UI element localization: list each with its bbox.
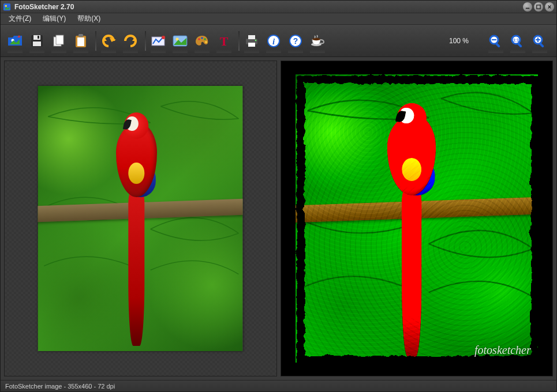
- svg-point-26: [255, 39, 256, 40]
- svg-rect-13: [78, 34, 83, 37]
- svg-rect-24: [248, 35, 255, 39]
- zoom-level-label: 100 %: [449, 37, 469, 45]
- palette-button[interactable]: [192, 29, 212, 52]
- undo-button[interactable]: [99, 29, 118, 52]
- svg-rect-7: [38, 36, 39, 39]
- drawing-parameters-button[interactable]: [148, 29, 168, 52]
- paste-button[interactable]: [71, 29, 91, 52]
- status-bar: FotoSketcher image - 355x460 - 72 dpi: [1, 380, 556, 391]
- app-icon: [3, 3, 11, 11]
- open-image-button[interactable]: [5, 29, 25, 52]
- svg-point-20: [204, 38, 206, 40]
- svg-rect-8: [33, 42, 41, 46]
- redo-button[interactable]: [121, 29, 140, 52]
- print-button[interactable]: [242, 29, 261, 52]
- svg-point-18: [198, 38, 200, 40]
- source-panel[interactable]: [4, 61, 277, 376]
- add-text-button[interactable]: T: [214, 29, 234, 52]
- source-image-button[interactable]: [170, 29, 190, 52]
- close-button[interactable]: [545, 2, 554, 12]
- app-window: FotoSketcher 2.70 文件(Z) 编辑(Y) 帮助(X): [0, 0, 557, 392]
- svg-point-15: [162, 36, 165, 39]
- menu-bar: 文件(Z) 编辑(Y) 帮助(X): [1, 13, 556, 25]
- info-button[interactable]: i: [264, 29, 283, 52]
- svg-rect-36: [492, 39, 496, 40]
- zoom-group: 100 % 1:1: [449, 29, 552, 52]
- svg-rect-6: [33, 35, 40, 40]
- toolbar-separator: [95, 31, 96, 51]
- result-panel[interactable]: fotosketcher: [281, 61, 554, 376]
- svg-text:?: ?: [293, 36, 298, 46]
- source-image: [38, 86, 243, 351]
- toolbar-separator: [145, 31, 146, 51]
- work-area: fotosketcher: [1, 57, 556, 380]
- svg-rect-10: [56, 35, 63, 44]
- svg-point-19: [201, 37, 203, 39]
- menu-edit[interactable]: 编辑(Y): [37, 13, 72, 25]
- maximize-button[interactable]: [534, 2, 543, 12]
- svg-text:1:1: 1:1: [513, 38, 519, 42]
- save-image-button[interactable]: [27, 29, 47, 52]
- help-button[interactable]: ?: [286, 29, 305, 52]
- status-text: FotoSketcher image - 355x460 - 72 dpi: [5, 383, 115, 390]
- svg-point-34: [312, 37, 320, 40]
- svg-rect-3: [537, 5, 540, 8]
- zoom-out-button[interactable]: [486, 29, 506, 52]
- copy-button[interactable]: [49, 29, 69, 52]
- result-image: fotosketcher: [296, 74, 538, 363]
- menu-file[interactable]: 文件(Z): [3, 13, 37, 25]
- watermark-signature: fotosketcher: [474, 344, 531, 357]
- toolbar: T i ? 100 % 1:1: [1, 25, 556, 57]
- minimize-button[interactable]: [523, 2, 532, 12]
- window-title: FotoSketcher 2.70: [14, 3, 521, 11]
- svg-rect-2: [526, 7, 529, 9]
- svg-rect-12: [77, 37, 84, 46]
- svg-rect-25: [248, 43, 255, 47]
- zoom-fit-button[interactable]: 1:1: [508, 29, 528, 52]
- donate-coffee-button[interactable]: [308, 29, 327, 52]
- menu-help[interactable]: 帮助(X): [72, 13, 106, 25]
- toolbar-separator: [238, 31, 240, 51]
- svg-text:T: T: [220, 34, 229, 48]
- svg-rect-43: [537, 37, 539, 42]
- zoom-in-button[interactable]: [530, 29, 549, 52]
- title-bar: FotoSketcher 2.70: [1, 1, 556, 13]
- svg-point-21: [205, 41, 207, 43]
- svg-point-1: [5, 5, 8, 7]
